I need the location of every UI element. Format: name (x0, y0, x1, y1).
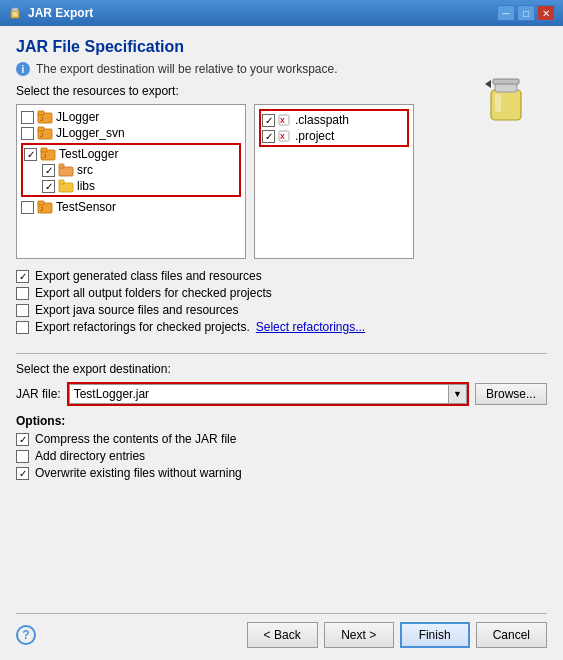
destination-row: JAR file: ▼ Browse... (16, 382, 547, 406)
info-icon: i (16, 62, 30, 76)
title-jar-icon (8, 6, 22, 20)
right-tree-panel[interactable]: X .classpath X .project (254, 104, 414, 259)
dialog-subtitle: The export destination will be relative … (36, 62, 337, 76)
checkbox-compress-jar[interactable] (16, 433, 29, 446)
jar-icon (483, 74, 529, 126)
svg-rect-6 (495, 94, 501, 112)
svg-rect-12 (38, 127, 44, 131)
checkbox-testlogger[interactable] (24, 148, 37, 161)
next-button[interactable]: Next > (324, 622, 394, 648)
checkbox-export-refactorings[interactable] (16, 321, 29, 334)
export-class-files-row: Export generated class files and resourc… (16, 269, 547, 283)
tree-item-classpath[interactable]: X .classpath (262, 112, 406, 128)
svg-rect-15 (41, 148, 47, 152)
export-refactorings-label: Export refactorings for checked projects… (35, 320, 250, 334)
svg-text:J: J (40, 116, 43, 122)
tree-label-jlogger: JLogger (56, 110, 99, 124)
svg-text:J: J (40, 206, 43, 212)
checkbox-src[interactable] (42, 164, 55, 177)
tree-label-testlogger: TestLogger (59, 147, 118, 161)
window-title: JAR Export (28, 6, 93, 20)
title-bar: JAR Export ─ □ ✕ (0, 0, 563, 26)
close-button[interactable]: ✕ (537, 5, 555, 21)
resources-area: J JLogger J JLogger_svn (16, 104, 547, 259)
dialog-title: JAR File Specification (16, 38, 547, 56)
file-icon-classpath: X (278, 114, 292, 126)
export-source-files-label: Export java source files and resources (35, 303, 238, 317)
export-refactorings-row: Export refactorings for checked projects… (16, 320, 547, 334)
tree-item-src[interactable]: src (24, 162, 238, 178)
back-button[interactable]: < Back (247, 622, 318, 648)
checkbox-export-output-folders[interactable] (16, 287, 29, 300)
jar-file-input[interactable] (69, 384, 449, 404)
svg-rect-20 (59, 180, 64, 184)
checkbox-overwrite-files[interactable] (16, 467, 29, 480)
tree-item-testlogger[interactable]: J TestLogger (24, 146, 238, 162)
tree-label-project: .project (295, 129, 334, 143)
jar-dropdown-button[interactable]: ▼ (449, 384, 467, 404)
options-title: Options: (16, 414, 547, 428)
export-checkboxes: Export generated class files and resourc… (16, 269, 547, 337)
svg-marker-7 (485, 80, 491, 88)
options-section: Options: Compress the contents of the JA… (16, 414, 547, 483)
export-output-folders-row: Export all output folders for checked pr… (16, 286, 547, 300)
checkbox-project[interactable] (262, 130, 275, 143)
browse-button[interactable]: Browse... (475, 383, 547, 405)
left-tree-panel[interactable]: J JLogger J JLogger_svn (16, 104, 246, 259)
svg-rect-1 (12, 8, 18, 11)
nav-buttons: < Back Next > Finish Cancel (247, 622, 547, 648)
checkbox-classpath[interactable] (262, 114, 275, 127)
select-refactorings-link[interactable]: Select refactorings... (256, 320, 365, 334)
compress-jar-row: Compress the contents of the JAR file (16, 432, 547, 446)
checkbox-add-directory[interactable] (16, 450, 29, 463)
project-icon-jlogger-svn: J (37, 126, 53, 140)
dialog-body: JAR File Specification i The export dest… (0, 26, 563, 660)
maximize-button[interactable]: □ (517, 5, 535, 21)
tree-label-testsensor: TestSensor (56, 200, 116, 214)
destination-section: Select the export destination: JAR file:… (16, 362, 547, 406)
svg-rect-2 (13, 12, 17, 16)
resources-label: Select the resources to export: (16, 84, 547, 98)
compress-jar-label: Compress the contents of the JAR file (35, 432, 236, 446)
tree-item-jlogger-svn[interactable]: J JLogger_svn (21, 125, 241, 141)
help-button[interactable]: ? (16, 625, 36, 645)
export-class-files-label: Export generated class files and resourc… (35, 269, 262, 283)
checkbox-export-source-files[interactable] (16, 304, 29, 317)
tree-label-libs: libs (77, 179, 95, 193)
svg-rect-9 (38, 111, 44, 115)
libs-folder-icon (58, 179, 74, 193)
svg-text:X: X (280, 117, 285, 124)
jar-field-label: JAR file: (16, 387, 61, 401)
jar-input-wrapper: ▼ (67, 382, 469, 406)
svg-rect-22 (38, 201, 44, 205)
checkbox-testsensor[interactable] (21, 201, 34, 214)
add-directory-label: Add directory entries (35, 449, 145, 463)
checkbox-export-class-files[interactable] (16, 270, 29, 283)
right-highlight: X .classpath X .project (259, 109, 409, 147)
checkbox-jlogger[interactable] (21, 111, 34, 124)
checkbox-libs[interactable] (42, 180, 55, 193)
project-icon-jlogger: J (37, 110, 53, 124)
tree-item-testsensor[interactable]: J TestSensor (21, 199, 241, 215)
svg-text:J: J (43, 153, 46, 159)
tree-label-src: src (77, 163, 93, 177)
overwrite-files-label: Overwrite existing files without warning (35, 466, 242, 480)
tree-item-libs[interactable]: libs (24, 178, 238, 194)
svg-rect-5 (493, 79, 519, 84)
resources-section: Select the resources to export: J JLogge… (16, 84, 547, 269)
tree-item-project[interactable]: X .project (262, 128, 406, 144)
project-icon-testsensor: J (37, 200, 53, 214)
svg-text:X: X (280, 133, 285, 140)
bottom-bar: ? < Back Next > Finish Cancel (16, 613, 547, 648)
export-source-files-row: Export java source files and resources (16, 303, 547, 317)
export-output-folders-label: Export all output folders for checked pr… (35, 286, 272, 300)
tree-item-jlogger[interactable]: J JLogger (21, 109, 241, 125)
overwrite-files-row: Overwrite existing files without warning (16, 466, 547, 480)
finish-button[interactable]: Finish (400, 622, 470, 648)
cancel-button[interactable]: Cancel (476, 622, 547, 648)
dialog-header: JAR File Specification i The export dest… (16, 38, 547, 76)
minimize-button[interactable]: ─ (497, 5, 515, 21)
destination-label: Select the export destination: (16, 362, 547, 376)
separator (16, 353, 547, 354)
checkbox-jlogger-svn[interactable] (21, 127, 34, 140)
